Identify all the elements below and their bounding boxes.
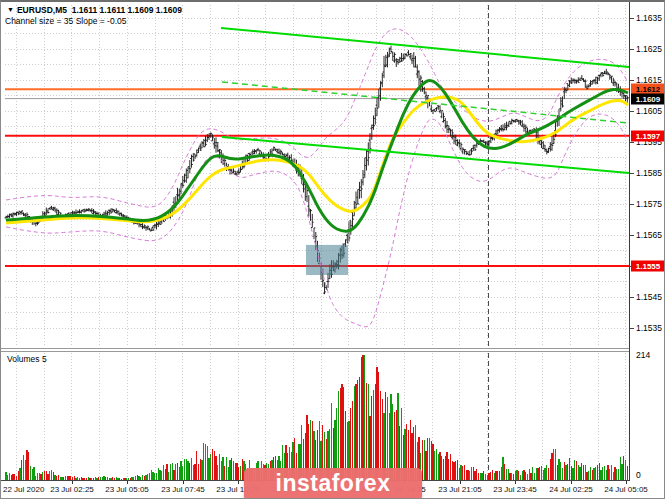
price-tick	[630, 142, 634, 143]
volume-chart-canvas[interactable]	[1, 352, 630, 481]
time-tick	[571, 481, 572, 484]
time-tick	[515, 481, 516, 484]
price-tick-label: 1.1635	[636, 13, 662, 23]
symbol-ohlc-label: EURUSD,M5 1.1611 1.1611 1.1609 1.1609	[17, 5, 182, 15]
price-tick	[630, 235, 634, 236]
price-badge-1.1555: 1.1555	[631, 261, 665, 272]
pane-splitter[interactable]	[1, 348, 629, 352]
chart-menu-arrow-icon: ▼	[7, 6, 14, 13]
price-tick	[630, 204, 634, 205]
highlight-box[interactable]	[306, 245, 348, 275]
price-chart-canvas[interactable]	[1, 2, 630, 349]
price-axis[interactable]: 214 0 1.16351.16251.16151.16051.15951.15…	[629, 2, 665, 481]
time-tick-label: 23 Jul 21:05	[438, 485, 482, 494]
volume-max-label: 214	[636, 350, 650, 360]
price-tick-label: 1.1535	[636, 323, 662, 333]
price-tick-label: 1.1625	[636, 44, 662, 54]
price-tick-label: 1.1545	[636, 292, 662, 302]
price-tick-label: 1.1575	[636, 199, 662, 209]
time-tick	[460, 481, 461, 484]
price-badge-1.1597: 1.1597	[631, 131, 665, 142]
price-tick	[630, 111, 634, 112]
time-tick-label: 24 Jul 02:25	[549, 485, 593, 494]
indicator-params-label: Channel size = 35 Slope = -0.05	[5, 16, 126, 26]
price-tick-label: 1.1585	[636, 168, 662, 178]
price-badge-1.1609: 1.1609	[631, 94, 665, 105]
time-tick-label: 23 Jul 23:45	[493, 485, 537, 494]
price-tick	[630, 328, 634, 329]
price-tick	[630, 173, 634, 174]
price-tick	[630, 297, 634, 298]
time-tick-label: 22 Jul 2020	[3, 485, 44, 494]
chart-window: ▼EURUSD,M5 1.1611 1.1611 1.1609 1.1609 C…	[0, 0, 665, 499]
time-tick-label: 23 Jul 02:25	[50, 485, 94, 494]
time-tick-label: 24 Jul 05:05	[604, 485, 648, 494]
price-tick	[630, 49, 634, 50]
time-tick	[238, 481, 239, 484]
price-tick	[630, 18, 634, 19]
time-tick	[72, 481, 73, 484]
time-tick	[626, 481, 627, 484]
band-upper-line	[6, 29, 628, 207]
volume-min-label: 0	[636, 470, 641, 480]
volume-indicator-label: Volumes 5	[7, 354, 47, 364]
time-tick	[127, 481, 128, 484]
time-tick-label: 23 Jul 05:05	[105, 485, 149, 494]
time-tick-label: 23 Jul 07:45	[161, 485, 205, 494]
price-tick-label: 1.1565	[636, 230, 662, 240]
chart-legend: ▼EURUSD,M5 1.1611 1.1611 1.1609 1.1609	[7, 5, 182, 15]
instaforex-watermark: instaforex	[244, 468, 422, 499]
price-tick	[630, 80, 634, 81]
price-tick-label: 1.1605	[636, 106, 662, 116]
time-tick	[183, 481, 184, 484]
